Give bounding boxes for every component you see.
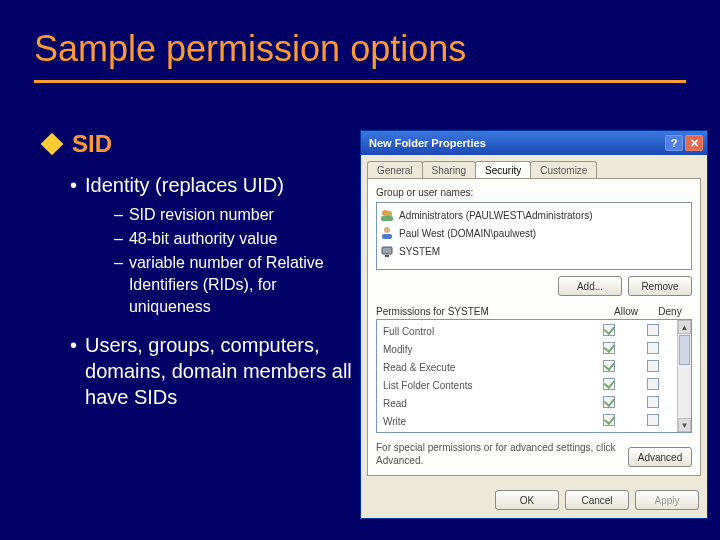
permission-name: Modify — [383, 344, 587, 355]
permissions-list: Full ControlModifyRead & ExecuteList Fol… — [376, 319, 692, 433]
dialog-button-row: OK Cancel Apply — [361, 482, 707, 518]
permission-row: Read — [383, 394, 675, 412]
deny-checkbox[interactable] — [647, 360, 659, 372]
slide-title: Sample permission options — [34, 28, 466, 70]
bullet-dot-icon: • — [70, 172, 77, 198]
group-icon — [380, 208, 394, 222]
permission-name: Read & Execute — [383, 362, 587, 373]
permission-row: Read & Execute — [383, 358, 675, 376]
deny-checkbox[interactable] — [647, 396, 659, 408]
allow-checkbox[interactable] — [603, 414, 615, 426]
permission-name: Read — [383, 398, 587, 409]
ok-button[interactable]: OK — [495, 490, 559, 510]
dash-icon: – — [114, 228, 123, 250]
principal-text: SYSTEM — [399, 246, 440, 257]
svg-rect-6 — [385, 255, 389, 257]
allow-checkbox[interactable] — [603, 324, 615, 336]
deny-column-header: Deny — [648, 306, 692, 317]
advanced-button[interactable]: Advanced — [628, 447, 692, 467]
allow-checkbox[interactable] — [603, 396, 615, 408]
sub-rids: variable number of Relative Identifiers … — [129, 252, 354, 318]
principal-text: Paul West (DOMAIN\paulwest) — [399, 228, 536, 239]
apply-button[interactable]: Apply — [635, 490, 699, 510]
permission-name: List Folder Contents — [383, 380, 587, 391]
sub-authority: 48-bit authority value — [129, 228, 278, 250]
allow-checkbox[interactable] — [603, 360, 615, 372]
diamond-bullet-icon — [41, 133, 64, 156]
bullet-identity: Identity (replaces UID) — [85, 172, 284, 198]
scroll-down-icon[interactable]: ▼ — [678, 418, 691, 432]
tabbar: General Sharing Security Customize — [361, 155, 707, 178]
allow-checkbox[interactable] — [603, 342, 615, 354]
principals-list[interactable]: Administrators (PAULWEST\Administrators)… — [376, 202, 692, 270]
permissions-for-label: Permissions for SYSTEM — [376, 306, 604, 317]
scroll-up-icon[interactable]: ▲ — [678, 320, 691, 334]
permission-name: Full Control — [383, 326, 587, 337]
dash-icon: – — [114, 252, 123, 318]
security-panel: Group or user names: Administrators (PAU… — [367, 178, 701, 476]
tab-customize[interactable]: Customize — [530, 161, 597, 178]
bullet-users-groups: Users, groups, computers, domains, domai… — [85, 332, 354, 410]
list-item[interactable]: SYSTEM — [380, 242, 688, 260]
titlebar[interactable]: New Folder Properties ? ✕ — [361, 131, 707, 155]
allow-column-header: Allow — [604, 306, 648, 317]
permission-name: Write — [383, 416, 587, 427]
deny-checkbox[interactable] — [647, 342, 659, 354]
permission-row: Modify — [383, 340, 675, 358]
deny-checkbox[interactable] — [647, 378, 659, 390]
sub-revision: SID revision number — [129, 204, 274, 226]
title-underline — [34, 80, 686, 83]
remove-button[interactable]: Remove — [628, 276, 692, 296]
group-user-label: Group or user names: — [376, 187, 692, 198]
content-left: SID • Identity (replaces UID) –SID revis… — [44, 130, 354, 414]
scroll-thumb[interactable] — [679, 335, 690, 365]
principal-text: Administrators (PAULWEST\Administrators) — [399, 210, 593, 221]
tab-sharing[interactable]: Sharing — [422, 161, 476, 178]
svg-point-3 — [384, 227, 390, 233]
cancel-button[interactable]: Cancel — [565, 490, 629, 510]
svg-rect-4 — [382, 234, 392, 239]
user-icon — [380, 226, 394, 240]
close-button[interactable]: ✕ — [685, 135, 703, 151]
deny-checkbox[interactable] — [647, 414, 659, 426]
list-item[interactable]: Administrators (PAULWEST\Administrators) — [380, 206, 688, 224]
add-button[interactable]: Add... — [558, 276, 622, 296]
help-button[interactable]: ? — [665, 135, 683, 151]
advanced-hint: For special permissions or for advanced … — [376, 441, 628, 467]
list-item[interactable]: Paul West (DOMAIN\paulwest) — [380, 224, 688, 242]
permission-row: List Folder Contents — [383, 376, 675, 394]
tab-security[interactable]: Security — [475, 161, 531, 178]
permission-row: Full Control — [383, 322, 675, 340]
allow-checkbox[interactable] — [603, 378, 615, 390]
svg-rect-2 — [381, 216, 393, 221]
dialog-title: New Folder Properties — [369, 137, 486, 149]
properties-dialog: New Folder Properties ? ✕ General Sharin… — [360, 130, 708, 519]
permission-row: Write — [383, 412, 675, 430]
svg-rect-5 — [382, 247, 392, 254]
dash-icon: – — [114, 204, 123, 226]
deny-checkbox[interactable] — [647, 324, 659, 336]
tab-general[interactable]: General — [367, 161, 423, 178]
heading-sid: SID — [72, 130, 112, 158]
scrollbar[interactable]: ▲ ▼ — [677, 320, 691, 432]
system-icon — [380, 244, 394, 258]
bullet-dot-icon: • — [70, 332, 77, 410]
